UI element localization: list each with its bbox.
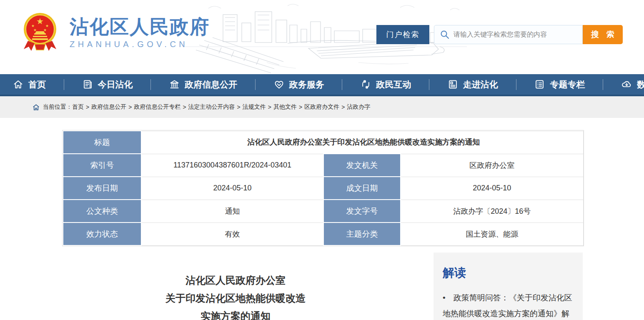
site-header: ★ ★ ★ ★ ★ 沾化区人民政府 ZHANHUA.GOV.CN 门户检索 — [0, 0, 644, 74]
meta-label-index-number: 索引号 — [63, 154, 141, 177]
bank-icon — [169, 79, 180, 90]
nav-item-label: 政府信息公开 — [185, 79, 237, 90]
table-row: 发布日期 2024-05-10 成文日期 2024-05-10 — [63, 177, 583, 200]
main-content: 标题 沾化区人民政府办公室关于印发沾化区地热能供暖改造实施方案的通知 索引号 1… — [0, 118, 644, 320]
meta-value-validity-status: 有效 — [141, 222, 323, 245]
breadcrumb-separator: > — [268, 104, 271, 110]
nav-item-label: 走进沾化 — [463, 79, 498, 90]
document-icon — [447, 79, 459, 90]
interpretation-panel: 解读 政策简明问答：《关于印发沾化区地热能供暖改造实施方案的通知》解读 — [434, 252, 583, 320]
portal-search-button[interactable]: 门户检索 — [376, 25, 429, 44]
document-title-line-2: 关于印发沾化区地热能供暖改造 — [63, 289, 408, 307]
breadcrumb-separator: > — [86, 104, 89, 110]
meta-value-issuing-agency: 区政府办公室 — [401, 154, 583, 177]
breadcrumb-item-other-files[interactable]: 其他文件 — [273, 103, 297, 111]
breadcrumb-item-gov-info[interactable]: 政府信息公开 — [91, 103, 126, 111]
breadcrumb-separator: > — [299, 104, 302, 110]
breadcrumb-item-statutory[interactable]: 法定主动公开内容 — [188, 103, 235, 111]
breadcrumb-item-current[interactable]: 沾政办字 — [347, 103, 370, 111]
meta-value-written-date: 2024-05-10 — [401, 177, 583, 200]
nav-separator — [255, 79, 256, 90]
nav-separator — [64, 79, 64, 90]
nav-item-label: 专题专栏 — [550, 79, 585, 90]
nav-item-label: 今日沾化 — [98, 79, 133, 90]
nav-item-about[interactable]: 走进沾化 — [444, 79, 501, 90]
breadcrumb-label: 当前位置： — [43, 103, 72, 111]
document-title-line-1: 沾化区人民政府办公室 — [63, 271, 408, 289]
meta-label-title: 标题 — [63, 131, 141, 154]
breadcrumb-item-regulations[interactable]: 法规文件 — [243, 103, 266, 111]
nav-separator — [603, 79, 603, 90]
nav-item-today[interactable]: 今日沾化 — [79, 79, 136, 90]
site-domain: ZHANHUA.GOV.CN — [70, 40, 210, 49]
breadcrumb-item-gov-info-column[interactable]: 政府信息公开专栏 — [134, 103, 180, 111]
home-icon — [13, 79, 24, 90]
handshake-icon — [273, 79, 285, 90]
meta-label-topic-category: 主题分类 — [323, 222, 401, 245]
nav-item-label: 首页 — [28, 79, 46, 90]
nav-separator — [342, 79, 342, 90]
table-row: 效力状态 有效 主题分类 国土资源、能源 — [63, 222, 583, 245]
meta-value-index-number: 11371603004387601R/2024-03401 — [141, 154, 323, 177]
site-logo[interactable]: ★ ★ ★ ★ ★ 沾化区人民政府 ZHANHUA.GOV.CN — [23, 12, 210, 53]
breadcrumb-separator: > — [128, 104, 132, 110]
cloud-download-icon — [621, 79, 632, 90]
nav-item-label: 政务服务 — [289, 79, 324, 90]
meta-value-doc-number: 沾政办字〔2024〕16号 — [401, 200, 583, 222]
breadcrumb-separator: > — [237, 104, 241, 110]
document-body: 沾化区人民政府办公室 关于印发沾化区地热能供暖改造 实施方案的通知 — [63, 252, 434, 320]
search-bar: 门户检索 搜 索 — [376, 25, 623, 44]
nav-item-open-data[interactable]: 数据开放 — [618, 79, 644, 90]
breadcrumb: 当前位置： 首页 > 政府信息公开 > 政府信息公开专栏 > 法定主动公开内容 … — [0, 96, 644, 118]
meta-label-doc-type: 公文种类 — [63, 200, 141, 222]
nav-item-interaction[interactable]: 政民互动 — [357, 79, 414, 90]
meta-label-doc-number: 发文字号 — [323, 200, 401, 222]
nav-item-label: 数据开放 — [637, 79, 644, 90]
svg-text:★: ★ — [45, 24, 49, 28]
nav-item-label: 政民互动 — [376, 79, 411, 90]
breadcrumb-separator: > — [183, 104, 186, 110]
meta-label-written-date: 成文日期 — [323, 177, 401, 200]
meta-value-doc-type: 通知 — [141, 200, 323, 222]
list-icon — [534, 79, 545, 90]
interpretation-link[interactable]: 政策简明问答：《关于印发沾化区地热能供暖改造实施方案的通知》解读 — [443, 290, 574, 320]
news-icon — [82, 79, 93, 90]
breadcrumb-item-home[interactable]: 首页 — [72, 103, 84, 111]
table-row: 标题 沾化区人民政府办公室关于印发沾化区地热能供暖改造实施方案的通知 — [63, 131, 583, 154]
svg-text:★: ★ — [31, 24, 35, 28]
nav-item-services[interactable]: 政务服务 — [270, 79, 328, 90]
doc-meta-table: 标题 沾化区人民政府办公室关于印发沾化区地热能供暖改造实施方案的通知 索引号 1… — [63, 130, 584, 246]
breadcrumb-home-icon — [33, 104, 40, 110]
nav-item-home[interactable]: 首页 — [9, 79, 49, 90]
nav-separator — [150, 79, 151, 90]
breadcrumb-item-district-office-files[interactable]: 区政府办文件 — [304, 103, 339, 111]
table-row: 索引号 11371603004387601R/2024-03401 发文机关 区… — [63, 154, 583, 177]
nav-separator — [516, 79, 516, 90]
interpretation-heading: 解读 — [443, 265, 574, 281]
meta-value-title: 沾化区人民政府办公室关于印发沾化区地热能供暖改造实施方案的通知 — [141, 131, 583, 154]
nav-item-gov-info[interactable]: 政府信息公开 — [165, 79, 241, 90]
breadcrumb-separator: > — [341, 104, 345, 110]
main-nav: 首页 今日沾化 政府信息公开 政务服务 — [0, 74, 644, 96]
document-title-line-3: 实施方案的通知 — [63, 307, 408, 320]
meta-value-publish-date: 2024-05-10 — [141, 177, 323, 200]
table-row: 公文种类 通知 发文字号 沾政办字〔2024〕16号 — [63, 200, 583, 222]
meta-label-validity-status: 效力状态 — [63, 222, 141, 245]
meta-label-publish-date: 发布日期 — [63, 177, 141, 200]
chat-icon — [360, 79, 371, 90]
search-input[interactable] — [434, 25, 583, 44]
nav-separator — [429, 79, 429, 90]
nav-item-topics[interactable]: 专题专栏 — [531, 79, 588, 90]
svg-text:★: ★ — [36, 16, 44, 26]
meta-label-issuing-agency: 发文机关 — [323, 154, 401, 177]
search-icon — [440, 30, 450, 40]
national-emblem-icon: ★ ★ ★ ★ ★ — [23, 12, 57, 53]
search-button[interactable]: 搜 索 — [583, 25, 623, 44]
site-title: 沾化区人民政府 — [70, 16, 210, 37]
meta-value-topic-category: 国土资源、能源 — [401, 222, 583, 245]
